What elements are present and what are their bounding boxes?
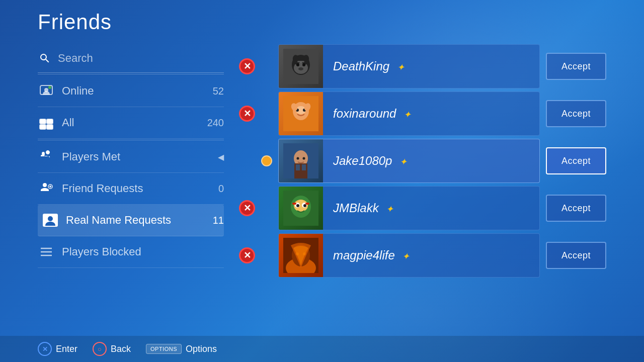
avatar-2	[279, 92, 323, 136]
friend-card-2[interactable]: foxinaround ✦	[278, 92, 540, 136]
friend-name-4: JMBlakk ✦	[323, 201, 539, 215]
svg-point-24	[298, 67, 303, 70]
sidebar-item-all-count: 240	[207, 117, 224, 129]
back-label: Back	[111, 344, 131, 354]
sidebar-item-real-name-requests-label: Real Name Requests	[66, 214, 206, 227]
ps-plus-icon-1: ✦	[397, 62, 405, 72]
accept-button-3[interactable]: Accept	[546, 147, 606, 174]
sidebar-item-all[interactable]: All 240	[38, 107, 224, 139]
sidebar-item-online[interactable]: Online 52	[38, 75, 224, 107]
svg-rect-6	[47, 125, 53, 129]
sidebar-item-online-label: Online	[62, 84, 206, 98]
footer: ✕ Enter ○ Back OPTIONS Options	[0, 336, 644, 362]
friend-list: ✕	[239, 39, 606, 336]
friend-name-2: foxinaround ✦	[323, 107, 539, 121]
svg-rect-38	[302, 164, 306, 170]
sidebar-item-all-label: All	[62, 116, 200, 129]
sidebar-item-players-blocked-label: Players Blocked	[62, 245, 224, 258]
ps-plus-icon-3: ✦	[399, 157, 407, 167]
svg-point-7	[43, 183, 47, 187]
avatar-1	[279, 44, 323, 88]
table-row: Jake1080p ✦ Accept	[239, 139, 606, 183]
friend-name-3: Jake1080p ✦	[323, 154, 539, 168]
online-icon	[38, 82, 55, 100]
remove-friend-button-4[interactable]: ✕	[239, 200, 255, 216]
sidebar-item-friend-requests-label: Friend Requests	[62, 182, 211, 195]
avatar-3	[279, 139, 323, 183]
table-row: ✕ magp	[239, 233, 606, 278]
ps-plus-icon-5: ✦	[402, 251, 410, 261]
sidebar-divider-1	[38, 74, 224, 74]
svg-rect-5	[40, 125, 46, 129]
sidebar-item-friend-requests[interactable]: Friend Requests 0	[38, 173, 224, 205]
avatar-5	[279, 233, 323, 278]
players-blocked-icon	[38, 243, 55, 260]
remove-friend-button-5[interactable]: ✕	[239, 247, 255, 263]
ps-plus-icon-2: ✦	[404, 110, 411, 120]
svg-point-22	[302, 63, 305, 66]
svg-rect-3	[40, 119, 46, 124]
sidebar-item-real-name-requests-count: 11	[213, 215, 224, 226]
options-label: Options	[186, 344, 217, 354]
svg-rect-46	[292, 203, 296, 205]
enter-button-icon: ✕	[38, 342, 52, 356]
table-row: ✕	[239, 44, 606, 88]
sidebar-item-online-count: 52	[213, 85, 224, 97]
friend-card-4[interactable]: JMBlakk ✦	[278, 186, 540, 230]
search-bar[interactable]: Search	[38, 44, 224, 73]
enter-label: Enter	[56, 344, 77, 354]
accept-button-2[interactable]: Accept	[546, 100, 606, 127]
avatar-4	[279, 186, 323, 230]
accept-button-4[interactable]: Accept	[546, 195, 606, 222]
friend-card-1[interactable]: DeathKing ✦	[278, 44, 540, 88]
ps-plus-icon-4: ✦	[386, 204, 393, 214]
friend-requests-icon	[38, 180, 55, 197]
sidebar-item-players-met[interactable]: Players Met ◀	[38, 141, 224, 173]
status-dot-3	[261, 155, 272, 166]
search-input-label: Search	[58, 52, 93, 65]
search-icon	[38, 51, 52, 65]
friend-name-5: magpie4life ✦	[323, 248, 539, 262]
svg-point-21	[296, 63, 299, 66]
all-icon	[38, 114, 55, 131]
players-met-icon	[38, 148, 55, 165]
sidebar-item-real-name-requests[interactable]: Real Name Requests 11	[38, 205, 224, 236]
sidebar-divider-2	[38, 140, 224, 140]
svg-rect-4	[47, 119, 53, 124]
back-button-icon: ○	[93, 342, 107, 356]
footer-action-options: OPTIONS Options	[146, 344, 217, 354]
footer-action-enter: ✕ Enter	[38, 342, 77, 356]
table-row: ✕	[239, 92, 606, 136]
remove-friend-button-2[interactable]: ✕	[239, 106, 255, 122]
svg-point-12	[48, 216, 53, 221]
real-name-icon	[42, 212, 59, 229]
page-title: Friends	[38, 10, 606, 34]
sidebar: Search Online 52	[38, 39, 224, 336]
remove-friend-button-1[interactable]: ✕	[239, 58, 255, 74]
svg-point-45	[303, 204, 306, 207]
sidebar-item-players-met-label: Players Met	[62, 150, 211, 163]
footer-action-back: ○ Back	[93, 342, 131, 356]
svg-point-36	[303, 157, 305, 160]
accept-button-5[interactable]: Accept	[546, 242, 606, 269]
friend-card-5[interactable]: magpie4life ✦	[278, 233, 540, 278]
svg-rect-37	[296, 164, 300, 170]
options-button-icon: OPTIONS	[146, 344, 182, 354]
accept-button-1[interactable]: Accept	[546, 53, 606, 80]
svg-rect-23	[297, 61, 304, 62]
table-row: ✕	[239, 186, 606, 230]
sidebar-item-friend-requests-count: 0	[218, 183, 224, 195]
players-met-arrow: ◀	[218, 152, 224, 162]
sidebar-item-players-blocked[interactable]: Players Blocked	[38, 236, 224, 268]
svg-rect-47	[305, 203, 309, 205]
svg-point-2	[48, 86, 51, 89]
friend-card-3[interactable]: Jake1080p ✦	[278, 139, 540, 183]
svg-point-44	[296, 204, 299, 207]
friend-name-1: DeathKing ✦	[323, 59, 539, 73]
svg-point-35	[297, 157, 299, 160]
